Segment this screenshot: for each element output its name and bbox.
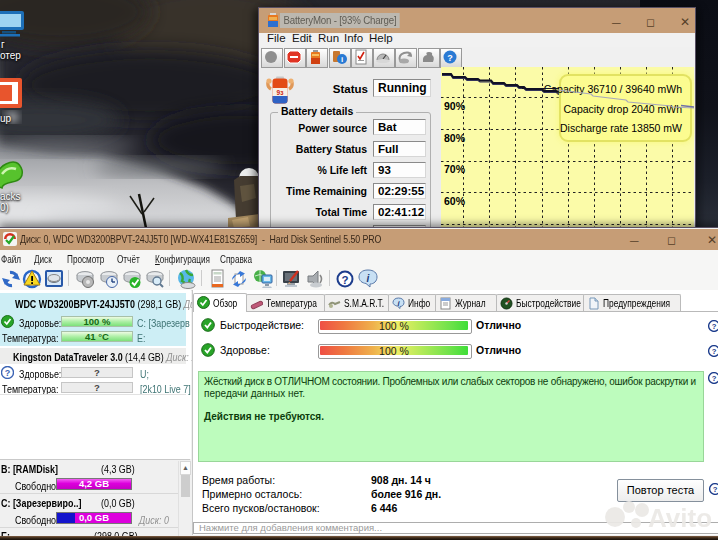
svg-text:i: i	[367, 272, 370, 283]
svg-text:?: ?	[713, 485, 718, 494]
svg-text:?: ?	[447, 53, 453, 63]
svg-text:i: i	[340, 55, 342, 64]
svg-text:9з: 9з	[277, 89, 285, 96]
svg-text:?: ?	[712, 322, 717, 331]
svg-text:?: ?	[341, 273, 348, 285]
svg-text:?: ?	[712, 374, 717, 383]
svg-text:?: ?	[712, 347, 717, 356]
svg-text:?: ?	[5, 368, 11, 378]
svg-text:Avito: Avito	[648, 503, 712, 533]
